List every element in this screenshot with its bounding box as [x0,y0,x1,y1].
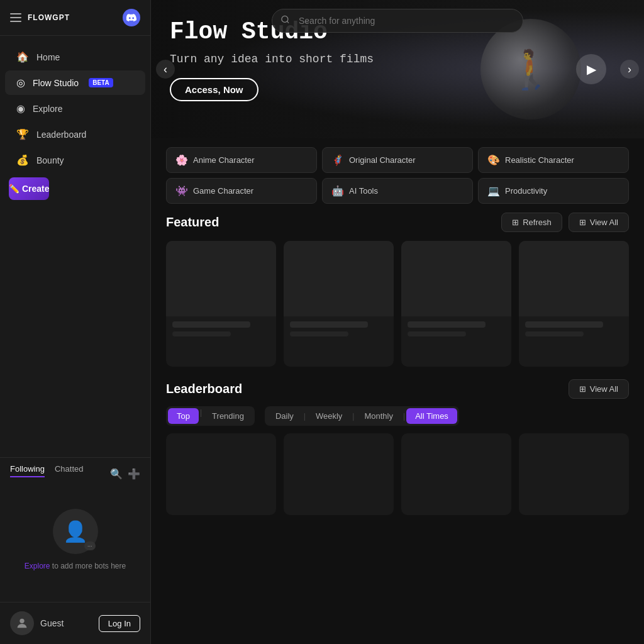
sidebar-item-leaderboard[interactable]: 🏆 Leaderboard [5,122,145,147]
refresh-icon: ⊞ [512,218,519,227]
lb-card-4[interactable] [519,433,629,515]
cat-game[interactable]: 👾 Game Character [166,178,317,204]
cat-realistic-label: Realistic Character [505,155,574,165]
lb-card-3[interactable] [401,433,511,515]
hero-cta-button[interactable]: Access, Now [170,78,258,101]
featured-section: Featured ⊞ Refresh ⊞ View All [151,213,644,379]
sidebar-label-explore: Explore [33,104,62,114]
featured-card-2[interactable] [284,241,394,367]
search-container [272,9,523,33]
create-label: ✏️ Create [9,184,49,194]
login-button[interactable]: Log In [99,615,140,632]
cat-anime-emoji: 🌸 [175,154,188,166]
beta-badge: BETA [89,78,113,87]
sidebar-label-home: Home [36,52,60,62]
hero-prev-button[interactable]: ‹ [156,60,175,79]
lb-card-2[interactable] [284,433,394,515]
hero-next-button[interactable]: › [620,60,639,79]
sidebar-label-bounty: Bounty [36,155,64,165]
cat-realistic[interactable]: 🎨 Realistic Character [478,147,629,173]
empty-state-text: Explore to add more bots here [25,562,126,570]
leaderboard-title: Leaderboard [166,382,242,396]
lb-tab-all-times[interactable]: All Times [406,408,457,424]
view-all-leaderboard-button[interactable]: ⊞ View All [569,379,629,399]
cat-original-label: Original Character [349,155,416,165]
view-all-icon: ⊞ [579,218,586,227]
featured-header: Featured ⊞ Refresh ⊞ View All [166,213,629,232]
lb-card-1[interactable] [166,433,276,515]
chat-tab-chatted[interactable]: Chatted [55,464,84,477]
cat-original-emoji: 🦸 [331,154,344,166]
home-icon: 🏠 [16,51,29,63]
chat-add-icon[interactable]: ➕ [128,468,140,480]
sidebar-item-explore[interactable]: ◉ Explore [5,96,145,121]
refresh-label: Refresh [523,218,552,227]
user-name: Guest [40,618,64,628]
leaderboard-section: Leaderboard ⊞ View All Top | Trending Da… [151,379,644,528]
sidebar-chats: Following Chatted 🔍 ➕ 👤 ··· Explore to a… [0,457,150,602]
leaderboard-top-tabs: Top | Trending [166,406,255,426]
flow-studio-icon: ◎ [16,77,25,89]
explore-link[interactable]: Explore [25,562,50,570]
sidebar-nav: 🏠 Home ◎ Flow Studio BETA ◉ Explore 🏆 Le… [0,36,150,457]
cat-productivity-label: Productivity [505,186,547,196]
featured-actions: ⊞ Refresh ⊞ View All [501,213,629,232]
lb-view-all-icon: ⊞ [579,384,586,394]
cat-anime[interactable]: 🌸 Anime Character [166,147,317,173]
lb-tab-daily[interactable]: Daily [267,408,303,424]
svg-line-2 [287,21,289,23]
logo-text: FLOWGPT [28,13,70,22]
hamburger-menu[interactable] [10,13,21,22]
svg-point-0 [19,619,24,623]
featured-card-3[interactable] [401,241,511,367]
create-button[interactable]: ✏️ Create [9,177,49,200]
sidebar-header: FLOWGPT [0,0,150,36]
chat-tab-following[interactable]: Following [10,464,45,477]
hero-subtitle: Turn any idea into short films [170,53,625,65]
featured-card-1[interactable] [166,241,276,367]
cat-game-emoji: 👾 [175,185,188,197]
cat-anime-label: Anime Character [193,155,255,165]
lb-tab-top[interactable]: Top [168,408,199,424]
sidebar-item-bounty[interactable]: 💰 Bounty [5,148,145,172]
lb-tab-trending[interactable]: Trending [203,408,253,424]
cat-ai-emoji: 🤖 [331,185,344,197]
leaderboard-icon: 🏆 [16,128,29,140]
discord-button[interactable] [123,9,140,26]
chat-tabs: Following Chatted [10,464,83,477]
category-grid: 🌸 Anime Character 🦸 Original Character 🎨… [151,138,644,213]
cat-ai-tools[interactable]: 🤖 AI Tools [322,178,473,204]
lb-view-all-label: View All [590,384,618,394]
chat-ghost-dots: ··· [84,541,96,550]
view-all-label: View All [590,218,618,227]
search-input[interactable] [272,9,523,33]
featured-card-4[interactable] [519,241,629,367]
leaderboard-cards [166,433,629,515]
sidebar-bottom: Guest Log In [0,602,150,644]
sidebar-item-home[interactable]: 🏠 Home [5,45,145,69]
explore-icon: ◉ [16,103,25,114]
sidebar-item-flow-studio[interactable]: ◎ Flow Studio BETA [5,70,145,95]
chat-header: Following Chatted 🔍 ➕ [10,464,140,484]
search-icon [280,15,290,27]
view-all-featured-button[interactable]: ⊞ View All [569,213,629,232]
cat-game-label: Game Character [193,186,253,196]
leaderboard-header: Leaderboard ⊞ View All [166,379,629,399]
cat-productivity[interactable]: 💻 Productivity [478,178,629,204]
cat-original[interactable]: 🦸 Original Character [322,147,473,173]
main-content: 🚶 ▶ ‹ › Flow Studio Turn any idea into s… [151,0,644,644]
svg-point-1 [282,16,288,22]
cat-ai-label: AI Tools [349,186,378,196]
refresh-button[interactable]: ⊞ Refresh [501,213,562,232]
sidebar: FLOWGPT 🏠 Home ◎ Flow Studio BETA ◉ Expl… [0,0,151,644]
cat-realistic-emoji: 🎨 [487,154,500,166]
chat-search-icon[interactable]: 🔍 [110,468,123,480]
sidebar-label-flow-studio: Flow Studio [33,78,79,88]
featured-cards [166,241,629,367]
hero-banner: 🚶 ▶ ‹ › Flow Studio Turn any idea into s… [151,0,644,138]
lb-tab-monthly[interactable]: Monthly [355,408,402,424]
sidebar-label-leaderboard: Leaderboard [36,130,86,140]
user-avatar [10,611,34,635]
featured-title: Featured [166,215,219,230]
lb-tab-weekly[interactable]: Weekly [307,408,351,424]
